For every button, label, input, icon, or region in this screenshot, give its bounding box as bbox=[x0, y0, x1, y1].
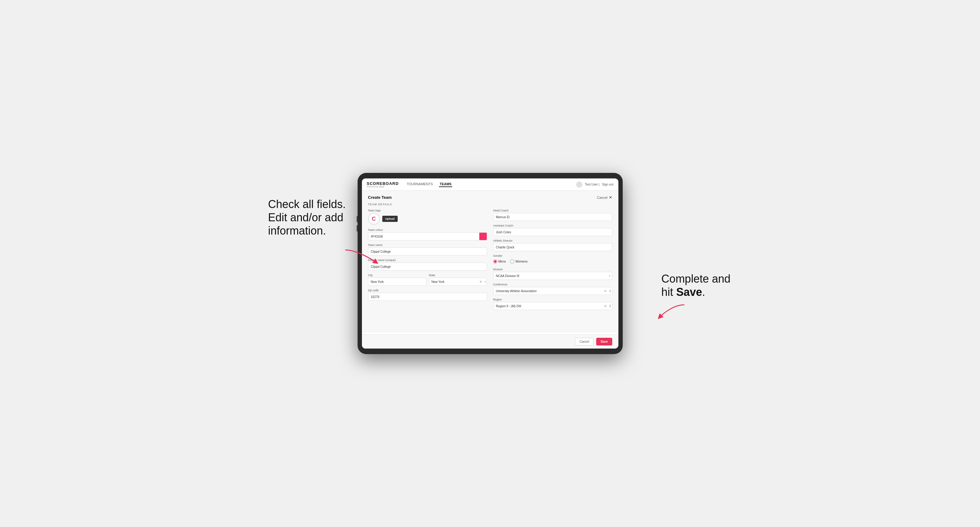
nav-link-tournaments[interactable]: TOURNAMENTS bbox=[406, 182, 433, 187]
team-colour-label: Team colour bbox=[368, 229, 487, 232]
city-state-group: City State New York ✕ bbox=[368, 274, 487, 286]
asst-coach-input[interactable] bbox=[493, 228, 612, 236]
region-select[interactable]: Region II - (M) DIII bbox=[493, 302, 612, 310]
tablet-screen: SCOREBOARD Powered by clippd TOURNAMENTS… bbox=[362, 178, 618, 349]
tablet-frame: SCOREBOARD Powered by clippd TOURNAMENTS… bbox=[358, 173, 623, 354]
conference-select-wrap: University Athletic Association ✕ ▴▾ bbox=[493, 287, 612, 295]
state-group: State New York ✕ ▾ bbox=[429, 274, 487, 286]
display-name-input[interactable] bbox=[368, 263, 487, 271]
brand-logo: SCOREBOARD Powered by clippd bbox=[367, 181, 399, 188]
color-swatch[interactable] bbox=[479, 232, 487, 240]
logo-letter: C bbox=[372, 216, 376, 222]
team-name-label: Team name bbox=[368, 243, 487, 246]
form-grid: Team logo C Upload Team colour bbox=[368, 209, 612, 310]
gender-womens-radio[interactable] bbox=[510, 259, 514, 264]
gender-label: Gender bbox=[493, 254, 612, 257]
division-select[interactable]: NCAA Division III NCAA Division I NCAA D… bbox=[493, 272, 612, 280]
team-colour-input[interactable] bbox=[368, 232, 479, 240]
team-name-input[interactable] bbox=[368, 248, 487, 256]
arrow-left-icon bbox=[342, 247, 379, 265]
head-coach-label: Head Coach bbox=[493, 209, 612, 212]
state-select[interactable]: New York bbox=[429, 278, 487, 286]
annotation-line2: Edit and/or add bbox=[268, 211, 344, 224]
region-group: Region Region II - (M) DIII ✕ ▴▾ bbox=[493, 298, 612, 310]
city-input[interactable] bbox=[368, 278, 426, 286]
nav-links: TOURNAMENTS TEAMS bbox=[406, 182, 576, 187]
gender-mens-label[interactable]: Mens bbox=[493, 259, 506, 264]
asst-coach-group: Assistant Coach bbox=[493, 224, 612, 236]
team-logo-group: Team logo C Upload bbox=[368, 209, 487, 225]
annotation-right: Complete and hit Save. bbox=[661, 272, 730, 298]
save-button[interactable]: Save bbox=[596, 338, 612, 346]
gender-radio-group: Mens Womens bbox=[493, 258, 612, 265]
conference-select[interactable]: University Athletic Association bbox=[493, 287, 612, 295]
team-name-group: Team name bbox=[368, 243, 487, 256]
tablet-side-button-1 bbox=[357, 216, 358, 222]
team-colour-group: Team colour bbox=[368, 229, 487, 240]
city-label: City bbox=[368, 274, 426, 277]
conference-group: Conference University Athletic Associati… bbox=[493, 283, 612, 295]
conference-clear-button[interactable]: ✕ bbox=[604, 289, 607, 293]
zip-group: Zip code bbox=[368, 289, 487, 301]
head-coach-group: Head Coach bbox=[493, 209, 612, 221]
upload-button[interactable]: Upload bbox=[382, 216, 398, 222]
gender-group: Gender Mens Womens bbox=[493, 254, 612, 265]
annotation-left: Check all fields. Edit and/or add inform… bbox=[268, 198, 346, 238]
state-label: State bbox=[429, 274, 487, 277]
nav-right: Test User | Sign out bbox=[576, 181, 613, 188]
navbar: SCOREBOARD Powered by clippd TOURNAMENTS… bbox=[362, 178, 618, 191]
cancel-link[interactable]: Cancel ✕ bbox=[597, 195, 612, 200]
gender-womens-text: Womens bbox=[515, 260, 527, 263]
nav-link-teams[interactable]: TEAMS bbox=[439, 182, 452, 187]
state-clear-button[interactable]: ✕ bbox=[479, 280, 482, 284]
page-title-bar: Create Team Cancel ✕ bbox=[368, 195, 612, 200]
asst-coach-label: Assistant Coach bbox=[493, 224, 612, 227]
cancel-label: Cancel bbox=[597, 196, 607, 199]
annotation-right-line1: Complete and bbox=[661, 273, 730, 285]
user-label: Test User | bbox=[585, 183, 600, 186]
region-clear-button[interactable]: ✕ bbox=[604, 304, 607, 308]
zip-input[interactable] bbox=[368, 293, 487, 301]
form-section-label: TEAM DETAILS bbox=[368, 203, 612, 206]
ath-director-label: Athletic Director bbox=[493, 239, 612, 242]
logo-section: C Upload bbox=[368, 213, 487, 225]
display-name-group: Display name (unique) bbox=[368, 259, 487, 271]
division-group: Division NCAA Division III NCAA Division… bbox=[493, 268, 612, 280]
annotation-line1: Check all fields. bbox=[268, 198, 346, 211]
annotation-right-end: . bbox=[702, 286, 705, 298]
division-label: Division bbox=[493, 268, 612, 271]
tablet-side-button-2 bbox=[357, 225, 358, 232]
annotation-save-bold: Save bbox=[676, 286, 702, 298]
annotation-line3: information. bbox=[268, 224, 326, 237]
ath-director-input[interactable] bbox=[493, 243, 612, 251]
display-name-label: Display name (unique) bbox=[368, 259, 487, 262]
form-right-column: Head Coach Assistant Coach Athletic Dire… bbox=[493, 209, 612, 310]
region-select-wrap: Region II - (M) DIII ✕ ▴▾ bbox=[493, 302, 612, 310]
user-avatar bbox=[576, 181, 582, 188]
page-content: Create Team Cancel ✕ TEAM DETAILS Team l… bbox=[362, 191, 618, 333]
gender-mens-radio[interactable] bbox=[493, 259, 497, 264]
city-group: City bbox=[368, 274, 426, 286]
cancel-x-icon: ✕ bbox=[609, 195, 612, 200]
annotation-right-line2: hit bbox=[661, 286, 676, 298]
cancel-button[interactable]: Cancel bbox=[575, 338, 594, 346]
ath-director-group: Athletic Director bbox=[493, 239, 612, 251]
city-state-row: City State New York ✕ bbox=[368, 274, 487, 286]
arrow-right-icon bbox=[657, 302, 687, 320]
conference-label: Conference bbox=[493, 283, 612, 286]
brand-sub: Powered by clippd bbox=[367, 186, 399, 188]
team-logo-circle: C bbox=[368, 213, 380, 225]
brand-name: SCOREBOARD bbox=[367, 181, 399, 186]
region-label: Region bbox=[493, 298, 612, 301]
form-left-column: Team logo C Upload Team colour bbox=[368, 209, 487, 310]
division-select-wrap: NCAA Division III NCAA Division I NCAA D… bbox=[493, 272, 612, 280]
head-coach-input[interactable] bbox=[493, 213, 612, 221]
form-footer: Cancel Save bbox=[362, 334, 618, 349]
page-title: Create Team bbox=[368, 195, 392, 200]
sign-out-link[interactable]: Sign out bbox=[602, 183, 614, 186]
zip-label: Zip code bbox=[368, 289, 487, 292]
color-input-row bbox=[368, 232, 487, 240]
team-logo-label: Team logo bbox=[368, 209, 487, 212]
state-select-wrap: New York ✕ ▾ bbox=[429, 278, 487, 286]
gender-womens-label[interactable]: Womens bbox=[510, 259, 527, 264]
